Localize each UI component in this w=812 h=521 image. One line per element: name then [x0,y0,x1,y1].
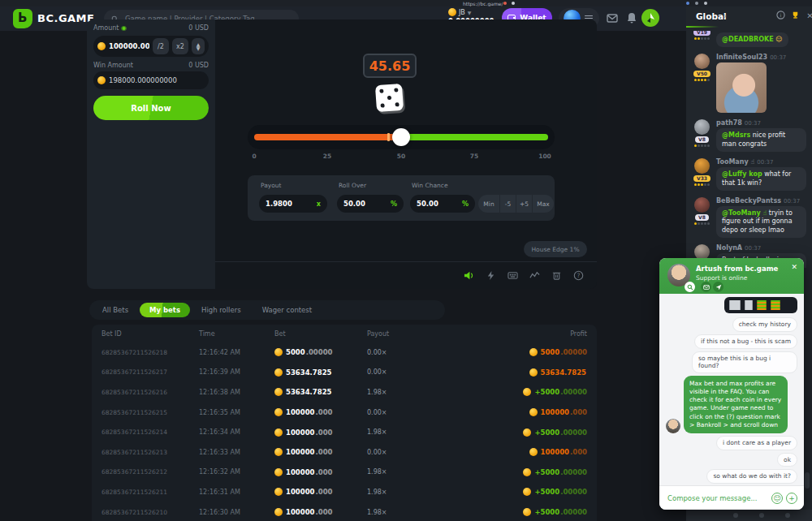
seeds-icon[interactable] [551,270,562,281]
roll-over-input[interactable]: 50.00% [337,195,404,213]
tab-wager-contest[interactable]: Wager contest [253,303,322,317]
table-row[interactable]: 6828536721152621312:16:33 AM100000.0000.… [92,442,597,463]
table-row[interactable]: 6828536721152621212:16:32 AM100000.0001.… [92,463,597,483]
chat-username[interactable]: path7800:37 [716,119,806,127]
avatar[interactable] [694,197,710,213]
avatar[interactable] [694,158,710,174]
bet-id[interactable]: 68285367211526217 [102,368,199,376]
hotkeys-icon[interactable] [508,270,518,281]
chat-scrollbar-thumb[interactable] [805,472,810,489]
stats-icon[interactable] [529,270,540,281]
support-send-icon[interactable] [713,282,723,292]
chat-message[interactable]: V19@DEADBROKE ☺ [686,31,812,47]
chat-message[interactable]: V50InfiniteSoul2300:37 [686,54,812,113]
chat-channel-title[interactable]: Global [696,11,727,21]
chat-close-icon[interactable]: ✕ [805,11,812,21]
support-search-icon[interactable] [685,282,695,292]
plus-5-button[interactable]: +5 [516,195,532,213]
bet-id[interactable]: 68285367211526216 [102,389,199,396]
browser-extension-icon[interactable] [704,2,707,5]
bet-time: 12:16:34 AM [199,428,274,436]
url-text[interactable]: https://bc.game/ [463,1,503,6]
roll-now-button[interactable]: Roll Now [93,96,209,120]
chat-username[interactable]: NolynA00:37 [716,244,806,252]
attach-plus-icon[interactable]: + [786,493,797,504]
notifications-bell-icon[interactable] [625,11,638,24]
half-bet-button[interactable]: /2 [153,38,169,54]
chat-message[interactable]: V33TooMany ☝00:37@Luffy kop what for tha… [686,158,812,191]
browser-extension-icon[interactable] [695,2,698,5]
max-button[interactable]: Max [533,195,554,213]
chat-username[interactable]: BeBeBeckyPantss00:37 [716,197,806,205]
bonus-spin-icon[interactable] [641,9,659,27]
chevron-right-icon[interactable]: › [723,11,727,20]
bets-table-header: Bet IDTimeBetPayoutProfit [92,325,597,342]
avatar[interactable] [694,119,710,135]
min-button[interactable]: Min [478,195,499,213]
vip-stars [694,222,710,225]
amount-input[interactable]: 100000.00000000 /2 x2 ▲▼ [93,36,209,57]
bet-id[interactable]: 68285367211526215 [102,409,199,416]
dice-game-container: Amount ◉0 USD 100000.00000000 /2 x2 ▲▼ W… [87,19,597,289]
amount-stepper[interactable]: ▲▼ [192,38,205,54]
chat-info-icon[interactable]: i [775,11,786,21]
win-amount-label: Win Amount [93,62,133,69]
chat-screenshot-image[interactable] [724,297,797,313]
bet-time: 12:16:30 AM [199,509,274,516]
chat-input-strip[interactable] [686,510,812,521]
table-row[interactable]: 6828536721152621012:16:30 AM100000.0001.… [92,502,597,521]
support-user-message: i dont care as a player [716,436,797,450]
support-mail-icon[interactable] [701,282,711,292]
payout-input[interactable]: 1.9800x [259,195,327,213]
minus-5-button[interactable]: -5 [500,195,516,213]
support-compose-input[interactable] [666,493,768,503]
tab-high-rollers[interactable]: High rollers [192,303,251,317]
bc-logo-text[interactable]: BC.GAME [37,12,94,24]
roll-slider[interactable] [248,125,555,149]
slider-handle[interactable] [392,128,410,146]
bet-id[interactable]: 68285367211526210 [102,509,199,516]
amount-info-icon[interactable]: ◉ [121,24,127,32]
vip-badge: V33 [693,175,710,182]
bet-id[interactable]: 68285367211526211 [102,489,199,496]
tab-my-bets[interactable]: My bets [140,303,190,317]
bet-id[interactable]: 68285367211526212 [102,468,199,476]
support-user-message: so what do we do with it? [706,469,797,484]
table-row[interactable]: 6828536721152621712:16:39 AM53634.78250.… [92,363,597,383]
help-icon[interactable]: ? [573,270,584,281]
double-bet-button[interactable]: x2 [172,38,188,54]
active-channel-underline [686,26,719,28]
browser-extension-icon[interactable] [686,2,689,5]
tick-25: 25 [323,153,331,160]
table-row[interactable]: 6828536721152621812:16:42 AM5000.000000.… [92,342,597,363]
bet-id[interactable]: 68285367211526213 [102,449,199,456]
bet-id[interactable]: 68285367211526218 [102,349,199,356]
bet-id[interactable]: 68285367211526214 [102,428,199,436]
sound-icon[interactable] [464,270,474,281]
table-row[interactable]: 6828536721152621512:16:35 AM100000.0000.… [92,403,597,423]
emoji-icon[interactable]: ☺ [771,493,783,504]
support-close-icon[interactable]: ✕ [791,263,797,271]
amount-value[interactable]: 100000.00000000 [109,42,149,50]
table-row[interactable]: 6828536721152621112:16:31 AM100000.0001.… [92,482,597,502]
support-user-message: ok [777,453,797,467]
game-footer-toolbar: ? [215,261,597,289]
win-amount-usd: 0 USD [188,62,209,69]
mail-icon[interactable] [606,11,619,24]
chat-username[interactable]: InfiniteSoul2300:37 [716,54,806,61]
win-chance-input[interactable]: 50.00% [410,195,475,213]
chat-message[interactable]: V8BeBeBeckyPantss00:37@TooMany ☝ tryin t… [686,197,812,238]
chat-time: 00:37 [745,245,761,252]
bc-logo-icon[interactable]: Ь [13,9,32,28]
tab-all-bets[interactable]: All Bets [93,303,138,317]
bet-amount: 5000.00000 [274,348,367,356]
chat-message[interactable]: V8path7800:37@Mdsrs nice profit man cong… [686,119,812,152]
turbo-icon[interactable] [486,270,496,281]
chat-image[interactable] [716,62,767,113]
table-row[interactable]: 6828536721152621412:16:34 AM100000.0001.… [92,422,597,442]
chat-trophy-icon[interactable] [790,11,801,21]
chat-username[interactable]: TooMany ☝00:37 [716,158,806,166]
table-row[interactable]: 6828536721152621612:16:38 AM53634.78251.… [92,382,597,403]
bet-amount: 100000.000 [274,448,367,456]
avatar[interactable] [694,54,710,69]
